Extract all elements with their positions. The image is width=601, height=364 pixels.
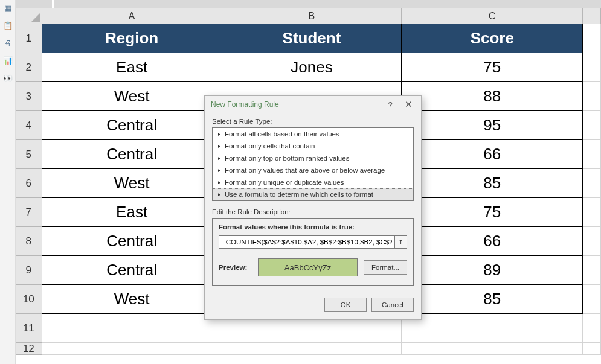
help-icon[interactable]: ?	[381, 98, 399, 111]
row-header[interactable]: 12	[16, 343, 42, 355]
cell-C3[interactable]: 88	[402, 82, 583, 111]
close-icon[interactable]: ✕	[399, 98, 417, 111]
dialog-title: New Formatting Rule	[211, 100, 381, 109]
cell-D7[interactable]	[583, 198, 601, 227]
column-header-C[interactable]: C	[402, 8, 583, 24]
cell-D8[interactable]	[583, 227, 601, 256]
new-formatting-rule-dialog: New Formatting Rule ? ✕ Select a Rule Ty…	[204, 95, 422, 320]
cell-B2[interactable]: Jones	[222, 53, 402, 82]
table-row: 2 East Jones 75	[16, 53, 601, 82]
row-header[interactable]: 9	[16, 256, 42, 285]
edit-description-label: Edit the Rule Description:	[212, 208, 414, 216]
cell-C6[interactable]: 85	[402, 169, 583, 198]
cell-A4[interactable]: Central	[42, 111, 222, 140]
cell-D2[interactable]	[583, 53, 601, 82]
cell-C9[interactable]: 89	[402, 256, 583, 285]
ok-button[interactable]: OK	[324, 298, 367, 312]
rule-type-item[interactable]: Format only cells that contain	[213, 140, 413, 152]
column-header-A[interactable]: A	[42, 8, 222, 24]
row-header[interactable]: 7	[16, 198, 42, 227]
strip-icon[interactable]: ▦	[4, 4, 11, 13]
strip-icon[interactable]: 📊	[3, 56, 13, 65]
row-header[interactable]: 11	[16, 314, 42, 343]
table-row: 1 Region Student Score	[16, 24, 601, 53]
dialog-titlebar[interactable]: New Formatting Rule ? ✕	[205, 96, 421, 113]
row-header[interactable]: 3	[16, 82, 42, 111]
cancel-button[interactable]: Cancel	[371, 298, 414, 312]
rule-type-item[interactable]: Format only top or bottom ranked values	[213, 152, 413, 164]
rule-type-item[interactable]: Format all cells based on their values	[213, 128, 413, 140]
cell-B1[interactable]: Student	[222, 24, 402, 53]
cell-A11[interactable]	[42, 314, 222, 343]
cell-A2[interactable]: East	[42, 53, 222, 82]
select-rule-type-label: Select a Rule Type:	[212, 118, 414, 125]
cell-A8[interactable]: Central	[42, 227, 222, 256]
left-toolstrip: ▦ 📋 🖨 📊 👀	[0, 0, 16, 364]
column-header-D[interactable]	[583, 8, 601, 24]
row-header[interactable]: 5	[16, 140, 42, 169]
preview-label: Preview:	[219, 264, 252, 271]
select-all-corner[interactable]	[16, 8, 42, 24]
column-header-B[interactable]: B	[222, 8, 402, 24]
cell-A10[interactable]: West	[42, 285, 222, 314]
cell-A7[interactable]: East	[42, 198, 222, 227]
collapse-dialog-icon[interactable]: ↥	[395, 235, 407, 249]
formula-label: Format values where this formula is true…	[219, 223, 407, 231]
strip-icon[interactable]: 📋	[3, 21, 13, 30]
strip-icon[interactable]: 🖨	[4, 39, 11, 48]
format-button[interactable]: Format...	[364, 260, 407, 275]
cell-A6[interactable]: West	[42, 169, 222, 198]
cell-D1[interactable]	[583, 24, 601, 53]
cell-C5[interactable]: 66	[402, 140, 583, 169]
cell-D3[interactable]	[583, 82, 601, 111]
rule-type-list: Format all cells based on their values F…	[212, 127, 414, 201]
preview-swatch: AaBbCcYyZz	[258, 258, 358, 276]
cell-C4[interactable]: 95	[402, 111, 583, 140]
row-header[interactable]: 2	[16, 53, 42, 82]
cell-D6[interactable]	[583, 169, 601, 198]
cell-C12[interactable]	[402, 343, 583, 355]
row-header[interactable]: 8	[16, 227, 42, 256]
strip-icon[interactable]: 👀	[3, 74, 13, 83]
cell-C11[interactable]	[402, 314, 583, 343]
cell-A3[interactable]: West	[42, 82, 222, 111]
cell-D11[interactable]	[583, 314, 601, 343]
top-bar	[16, 0, 601, 8]
rule-type-item-selected[interactable]: Use a formula to determine which cells t…	[213, 188, 413, 200]
cell-A5[interactable]: Central	[42, 140, 222, 169]
cell-D10[interactable]	[583, 285, 601, 314]
cell-C7[interactable]: 75	[402, 198, 583, 227]
cell-C1[interactable]: Score	[402, 24, 583, 53]
rule-type-item[interactable]: Format only values that are above or bel…	[213, 164, 413, 176]
cell-C2[interactable]: 75	[402, 53, 583, 82]
edit-description-box: Format values where this formula is true…	[212, 218, 414, 286]
cell-C8[interactable]: 66	[402, 227, 583, 256]
cell-D5[interactable]	[583, 140, 601, 169]
column-header-row: A B C	[16, 8, 601, 24]
row-header[interactable]: 4	[16, 111, 42, 140]
cell-D4[interactable]	[583, 111, 601, 140]
row-header[interactable]: 1	[16, 24, 42, 53]
cell-A1[interactable]: Region	[42, 24, 222, 53]
row-header[interactable]: 6	[16, 169, 42, 198]
cell-D12[interactable]	[583, 343, 601, 355]
cell-A12[interactable]	[42, 343, 222, 355]
cell-D9[interactable]	[583, 256, 601, 285]
rule-type-item[interactable]: Format only unique or duplicate values	[213, 176, 413, 188]
cell-C10[interactable]: 85	[402, 285, 583, 314]
cell-B12[interactable]	[222, 343, 402, 355]
cell-A9[interactable]: Central	[42, 256, 222, 285]
table-row: 12	[16, 343, 601, 355]
row-header[interactable]: 10	[16, 285, 42, 314]
formula-input[interactable]	[219, 235, 395, 249]
